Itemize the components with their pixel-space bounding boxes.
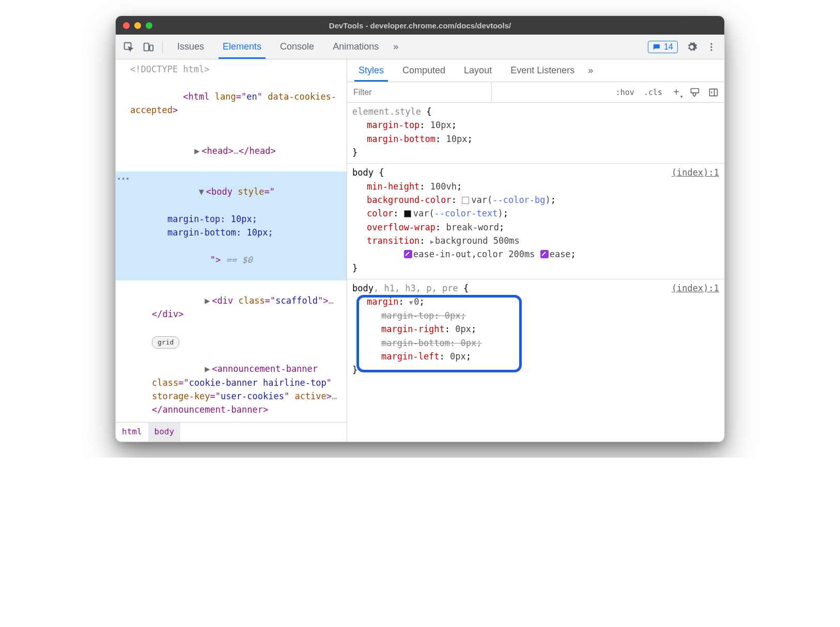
subtab-layout[interactable]: Layout xyxy=(455,59,501,82)
styles-panel: Styles Computed Layout Event Listeners »… xyxy=(347,59,724,442)
tab-animations[interactable]: Animations xyxy=(323,35,388,59)
svg-point-5 xyxy=(710,49,712,51)
subtab-computed[interactable]: Computed xyxy=(393,59,455,82)
rule-reset-margin[interactable]: body, h1, h3, p, pre { (index):1 margin:… xyxy=(347,279,724,381)
hov-toggle[interactable]: :hov xyxy=(613,86,637,99)
color-swatch-icon[interactable] xyxy=(462,197,469,204)
dom-body-selected[interactable]: ••• ▼<body style=" margin-top: 10px; mar… xyxy=(116,171,347,280)
window-title: DevTools - developer.chrome.com/docs/dev… xyxy=(116,21,724,30)
svg-rect-7 xyxy=(710,89,718,96)
color-swatch-icon[interactable] xyxy=(404,210,411,217)
svg-rect-1 xyxy=(144,43,149,51)
rule-body[interactable]: body { (index):1 min-height: 100vh; back… xyxy=(347,164,724,279)
cls-toggle[interactable]: .cls xyxy=(641,86,665,99)
breadcrumb-html[interactable]: html xyxy=(116,422,148,442)
dom-head[interactable]: ▶<head>…</head> xyxy=(116,131,347,171)
device-toggle-icon[interactable] xyxy=(139,38,157,56)
svg-point-3 xyxy=(710,43,712,44)
gear-icon[interactable] xyxy=(683,38,701,56)
kebab-icon[interactable] xyxy=(703,38,720,56)
dom-html-open[interactable]: <html lang="en" data-cookies-accepted> xyxy=(116,76,347,130)
styles-filter-input[interactable] xyxy=(347,82,492,102)
inspect-icon[interactable] xyxy=(120,38,137,56)
rule-element-style[interactable]: element.style { margin-top: 10px; margin… xyxy=(347,103,724,164)
subtabs-overflow-icon[interactable]: » xyxy=(584,59,597,82)
breadcrumb: html body xyxy=(116,422,347,442)
messages-badge[interactable]: 14 xyxy=(648,41,678,53)
sidebar-tabs: Styles Computed Layout Event Listeners » xyxy=(347,59,724,82)
new-style-rule-icon[interactable]: +▾ xyxy=(668,85,684,100)
breadcrumb-body[interactable]: body xyxy=(148,422,181,442)
tab-console[interactable]: Console xyxy=(271,35,323,59)
easing-icon[interactable] xyxy=(404,250,412,258)
toolbar-divider xyxy=(162,41,163,53)
messages-count: 14 xyxy=(664,42,673,52)
elements-panel: <!DOCTYPE html> <html lang="en" data-coo… xyxy=(116,59,347,442)
tab-elements[interactable]: Elements xyxy=(213,35,271,59)
svg-point-4 xyxy=(710,46,712,48)
subtab-styles[interactable]: Styles xyxy=(349,59,393,82)
paint-brush-icon[interactable] xyxy=(687,85,703,100)
toggle-sidebar-icon[interactable] xyxy=(706,85,721,100)
tabs-overflow-icon[interactable]: » xyxy=(388,35,403,59)
devtools-window: DevTools - developer.chrome.com/docs/dev… xyxy=(115,15,725,442)
dom-doctype[interactable]: <!DOCTYPE html> xyxy=(116,62,347,76)
subtab-event-listeners[interactable]: Event Listeners xyxy=(501,59,584,82)
dom-tree[interactable]: <!DOCTYPE html> <html lang="en" data-coo… xyxy=(116,59,347,422)
styles-filter-bar: :hov .cls +▾ xyxy=(347,82,724,103)
svg-rect-2 xyxy=(150,45,153,51)
easing-icon[interactable] xyxy=(540,250,549,258)
source-link[interactable]: (index):1 xyxy=(672,281,719,295)
styles-rules: element.style { margin-top: 10px; margin… xyxy=(347,103,724,442)
source-link[interactable]: (index):1 xyxy=(672,166,719,179)
svg-rect-6 xyxy=(691,88,699,92)
main-toolbar: Issues Elements Console Animations » 14 xyxy=(116,35,724,59)
grid-badge[interactable]: grid xyxy=(116,335,347,349)
titlebar: DevTools - developer.chrome.com/docs/dev… xyxy=(116,16,724,35)
dom-div-scaffold[interactable]: ▶<div class="scaffold">…</div> xyxy=(116,280,347,335)
main-tabs: Issues Elements Console Animations » xyxy=(168,35,403,59)
tab-issues[interactable]: Issues xyxy=(168,35,213,59)
dom-announcement-banner[interactable]: ▶<announcement-banner class="cookie-bann… xyxy=(116,349,347,422)
